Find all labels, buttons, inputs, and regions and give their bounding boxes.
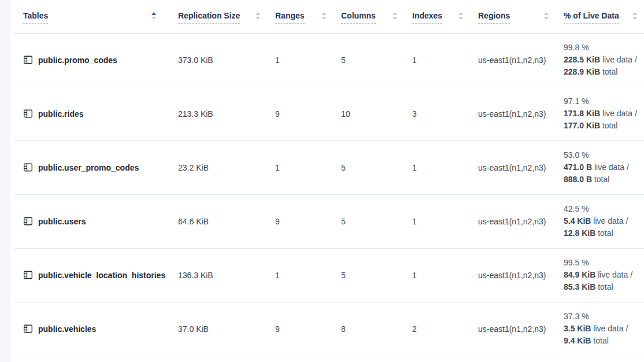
replication-size-cell: 136.3 KiB [178,248,275,302]
live-percent: 42.5 % [564,203,644,215]
column-label-columns: Columns [341,11,376,24]
sort-down-arrow-icon [632,17,637,20]
sort-up-arrow-icon [393,12,397,15]
live-data-cell: 37.3 %3.5 KiB live data /9.4 KiB total [564,302,644,356]
table-name-link[interactable]: public.vehicles [38,324,96,334]
ranges-cell: 9 [275,302,341,356]
total-data-suffix: total [598,228,613,238]
indexes-cell: 3 [412,87,478,141]
indexes-cell: 1 [412,33,478,87]
total-data-line: 888.0 B total [564,173,644,186]
column-header-live-data[interactable]: % of Live Data [564,0,644,33]
live-data-value: 5.4 KiB [564,216,591,226]
replication-size-cell: 373.0 KiB [178,33,275,87]
indexes-cell: 2 [412,302,478,356]
sort-up-arrow-icon [544,12,549,15]
table-icon [23,216,33,226]
regions-cell: us-east1(n1,n2,n3) [478,248,564,302]
sort-down-arrow-icon [544,17,549,20]
column-header-regions[interactable]: Regions [478,0,564,33]
live-data-suffix: live data / [593,216,628,226]
replication-size-cell: 64.6 KiB [178,194,275,248]
sort-icon[interactable] [458,12,463,20]
live-percent: 37.3 % [564,311,644,323]
total-data-value: 177.0 KiB [564,121,600,130]
table-name-cell: public.promo_codes [14,33,178,87]
sort-icon[interactable] [632,12,637,20]
total-data-line: 9.4 KiB total [564,335,644,347]
table-name-link[interactable]: public.vehicle_location_histories [38,271,165,280]
total-data-suffix: total [602,121,617,130]
sort-down-arrow-icon [393,17,397,20]
live-data-cell: 97.1 %171.8 KiB live data /177.0 KiB tot… [564,87,644,141]
replication-size-cell: 23.2 KiB [178,141,275,194]
columns-cell: 10 [341,87,412,141]
sort-icon[interactable] [393,12,397,20]
table-icon [23,162,33,172]
live-data-line: 171.8 KiB live data / [564,108,644,120]
column-header-ranges[interactable]: Ranges [275,0,341,33]
regions-cell: us-east1(n1,n2,n3) [478,141,564,194]
sort-down-arrow-icon [256,17,260,20]
table-body: public.promo_codes373.0 KiB151us-east1(n… [14,33,644,356]
live-data-line: 471.0 B live data / [564,161,644,173]
total-data-value: 888.0 B [564,175,592,184]
table-name-cell: public.vehicle_location_histories [14,248,178,302]
table-row: public.promo_codes373.0 KiB151us-east1(n… [14,33,644,87]
table-name-cell: public.rides [14,87,178,141]
replication-size-cell: 37.0 KiB [178,302,275,356]
table-name-link[interactable]: public.promo_codes [38,56,117,65]
regions-cell: us-east1(n1,n2,n3) [478,302,564,356]
live-data-value: 3.5 KiB [564,324,591,333]
total-data-line: 177.0 KiB total [564,120,644,132]
columns-cell: 5 [341,141,412,194]
live-data-suffix: live data / [594,162,629,172]
column-header-columns[interactable]: Columns [341,0,412,33]
column-header-indexes[interactable]: Indexes [412,0,478,33]
total-data-line: 85.3 KiB total [564,281,644,293]
live-data-line: 3.5 KiB live data / [564,323,644,335]
columns-cell: 5 [341,248,412,302]
replication-size-cell: 213.3 KiB [178,87,275,141]
column-header-replication-size[interactable]: Replication Size [178,0,275,33]
total-data-suffix: total [602,67,617,76]
sort-up-arrow-icon [632,12,637,15]
sort-icon[interactable] [256,12,260,20]
table-row: public.vehicles37.0 KiB982us-east1(n1,n2… [14,302,644,356]
sort-up-arrow-icon [321,12,326,15]
columns-cell: 8 [341,302,412,356]
ranges-cell: 1 [275,33,341,87]
sort-icon[interactable] [544,12,549,20]
column-header-tables[interactable]: Tables [14,0,178,33]
table-name-link[interactable]: public.users [38,217,86,226]
total-data-suffix: total [598,282,613,291]
sort-up-arrow-icon [151,12,156,15]
table-name-link[interactable]: public.rides [38,109,84,119]
total-data-line: 228.9 KiB total [564,66,644,78]
live-data-value: 84.9 KiB [564,270,595,279]
page-gutter [0,0,10,362]
live-data-value: 228.5 KiB [564,55,600,64]
table-icon [23,324,33,334]
live-data-suffix: live data / [593,324,628,333]
total-data-suffix: total [593,336,608,345]
sort-icon[interactable] [321,12,326,20]
indexes-cell: 1 [412,141,478,194]
column-label-regions: Regions [478,11,510,24]
table-row: public.users64.6 KiB951us-east1(n1,n2,n3… [14,194,644,248]
live-data-value: 171.8 KiB [564,109,600,118]
live-data-line: 228.5 KiB live data / [564,54,644,66]
column-label-replication-size: Replication Size [178,11,240,24]
live-data-line: 84.9 KiB live data / [564,269,644,281]
live-data-suffix: live data / [598,270,632,279]
sort-icon[interactable] [151,12,156,20]
live-percent: 53.0 % [564,149,644,161]
table-name-link[interactable]: public.user_promo_codes [38,163,139,172]
columns-cell: 5 [341,33,412,87]
ranges-cell: 1 [275,141,341,194]
total-data-value: 12.8 KiB [564,228,595,238]
table-row: public.vehicle_location_histories136.3 K… [14,248,644,302]
sort-up-arrow-icon [256,12,260,15]
live-data-cell: 99.5 %84.9 KiB live data /85.3 KiB total [564,248,644,302]
live-percent: 99.8 % [564,42,644,54]
